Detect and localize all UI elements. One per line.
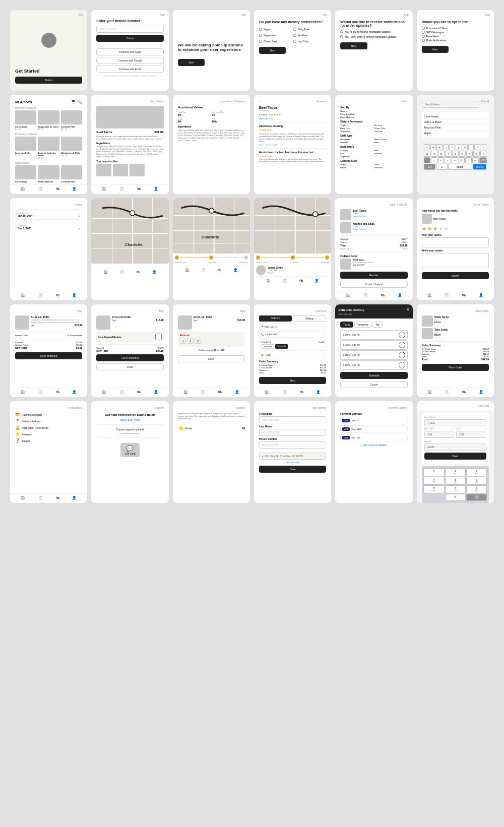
nav-orders4[interactable]: 📋	[120, 270, 124, 274]
phone-number-input[interactable]: (555) 555-5555	[259, 441, 326, 449]
card-visa-1[interactable]: VISA Visa...4	[340, 417, 407, 424]
close-sd[interactable]: ✕	[406, 307, 410, 312]
checkout-next[interactable]: Next	[259, 377, 326, 384]
nav-b8[interactable]: 🛍	[462, 293, 466, 297]
opt-next[interactable]: Next	[422, 46, 449, 53]
bag3-done[interactable]: Done	[178, 355, 245, 362]
back-payment[interactable]: ←	[340, 406, 343, 409]
phone-input[interactable]: (555) 555-5555	[96, 26, 163, 33]
low-carb-option[interactable]: Low Carb	[293, 40, 327, 43]
nav-b14[interactable]: 🛍	[56, 496, 59, 500]
nav-bag3[interactable]: 🛍	[56, 293, 59, 297]
num-5[interactable]: 5 JKL	[445, 477, 466, 485]
push-opt[interactable]: Push Notifications	[422, 39, 489, 42]
nav-home2[interactable]: 🏠	[102, 187, 106, 191]
sort-high-low[interactable]: Price: High-Low	[340, 116, 407, 118]
skip-label[interactable]: Skip	[79, 13, 84, 16]
back-nutrition[interactable]: ←	[178, 100, 180, 103]
key-w[interactable]: w	[430, 144, 436, 150]
nav-account5[interactable]: 👤	[233, 268, 238, 272]
nav-bag5[interactable]: 🛍	[218, 268, 221, 272]
qty-3[interactable]: 3	[195, 338, 201, 344]
key-d[interactable]: d	[438, 151, 445, 157]
nav-a8[interactable]: 👤	[479, 293, 483, 297]
first-name-input[interactable]: (555) 555-5555	[259, 416, 326, 423]
num-3[interactable]: 3 DEF	[466, 468, 487, 476]
nav-o6[interactable]: 📋	[283, 279, 287, 283]
back-lr[interactable]: ←	[422, 203, 424, 206]
submit-button[interactable]: Submit	[96, 35, 163, 42]
key-shift[interactable]: ⇧	[424, 157, 430, 163]
nav-a14[interactable]: 👤	[72, 496, 77, 500]
star-2[interactable]: ★	[427, 226, 432, 231]
date-tomorrow[interactable]: Tomorrow	[354, 322, 371, 328]
back-support[interactable]: ←	[96, 406, 99, 409]
back-filter[interactable]: ←	[340, 100, 343, 103]
bag2-done[interactable]: Done	[96, 363, 163, 370]
nav-h9[interactable]: 🏠	[21, 390, 25, 394]
add-manually-link[interactable]: Add Manually	[259, 461, 326, 464]
date-today[interactable]: Today	[340, 322, 353, 328]
i-pork[interactable]: Pork	[340, 152, 373, 155]
slot-4[interactable]: 3:45 PM - 4:15 PM	[340, 360, 407, 370]
nav-orders5[interactable]: 📋	[201, 268, 206, 272]
key-j[interactable]: j	[466, 151, 473, 157]
cs-steamed[interactable]: Steamed	[374, 166, 407, 169]
nav-a6[interactable]: 👤	[314, 279, 319, 283]
skip-phone[interactable]: Skip	[160, 13, 165, 16]
slot-3[interactable]: 3:30 PM - 4:00 PM	[340, 350, 407, 360]
nav-bag4[interactable]: 🛍	[137, 270, 140, 274]
d-gf[interactable]: Gluten Free	[374, 127, 407, 130]
schedule-confirm[interactable]: Schedule	[340, 372, 407, 379]
nav-a10[interactable]: 👤	[154, 390, 158, 394]
nav-orders3[interactable]: 📋	[38, 293, 43, 297]
live-chat-button[interactable]: 💬 Live Chat	[120, 443, 139, 457]
use-rewards-toggle[interactable]	[155, 334, 162, 340]
cs-grilled[interactable]: Grilled	[340, 163, 373, 166]
payment-methods-item[interactable]: 💳 Payment Methods	[15, 412, 82, 417]
cancel-schedule[interactable]: Cancel	[340, 381, 407, 388]
exp-input[interactable]: 2/28	[424, 431, 455, 438]
back-icon[interactable]: ←	[96, 100, 99, 103]
num-dot[interactable]: .	[423, 494, 444, 501]
nav-h8[interactable]: 🏠	[427, 293, 432, 297]
leave-review-1[interactable]: Leave Review	[353, 215, 407, 217]
key-return[interactable]: return	[473, 164, 487, 170]
notif-yes[interactable]: No, I'd like to receive notification upd…	[340, 30, 407, 33]
nav-o13[interactable]: 📋	[445, 390, 449, 394]
d-vegan[interactable]: Vegan	[340, 124, 373, 126]
dietary-next[interactable]: Next	[259, 47, 286, 54]
nav-b10[interactable]: 🛍	[137, 390, 141, 394]
skip-dietary[interactable]: Skip	[323, 13, 328, 16]
i-seafood[interactable]: Seafood	[374, 152, 407, 155]
search-icon[interactable]: 🔍	[77, 100, 82, 104]
email-button[interactable]: Continue with Email	[96, 66, 163, 73]
nav-account4[interactable]: 👤	[152, 270, 157, 274]
nav-o14[interactable]: 📋	[38, 496, 43, 500]
key-n[interactable]: n	[465, 157, 472, 163]
standard-btn[interactable]: Standard	[261, 344, 274, 349]
back-order-detail[interactable]: ←	[340, 203, 343, 206]
slot-1[interactable]: 3:00 PM - 3:30 PM	[340, 330, 407, 340]
delivery-address-item[interactable]: 📍 Delivery Address	[15, 419, 82, 423]
key-h[interactable]: h	[459, 151, 466, 157]
num-0[interactable]: 0	[445, 494, 466, 501]
nav-orders[interactable]: 📋	[38, 187, 43, 191]
key-emoji[interactable]: ☺	[436, 164, 448, 170]
date-tue[interactable]: Tue	[372, 322, 383, 328]
nav-b6[interactable]: 🛍	[299, 279, 303, 283]
key-z[interactable]: z	[431, 157, 437, 163]
back-po[interactable]: ←	[422, 309, 424, 312]
key-g[interactable]: g	[452, 151, 459, 157]
nav-b9[interactable]: 🛍	[56, 390, 59, 394]
save-address-btn[interactable]: Save	[259, 466, 326, 473]
i-veg[interactable]: Vegetarian	[340, 155, 373, 158]
sms-opt[interactable]: SMS Messages	[422, 31, 489, 34]
address-input[interactable]: ♦ 1321 King St. Charlotte, NC 28105	[259, 453, 326, 460]
nav-bag2[interactable]: 🛍	[137, 187, 141, 191]
key-f[interactable]: f	[445, 151, 452, 157]
order-jan[interactable]: Delivered Jan 10, 2024 ›	[15, 209, 82, 220]
back-bag2[interactable]: ←	[96, 309, 99, 312]
nav-home[interactable]: 🏠	[21, 187, 25, 191]
back-address[interactable]: ←	[259, 406, 262, 409]
